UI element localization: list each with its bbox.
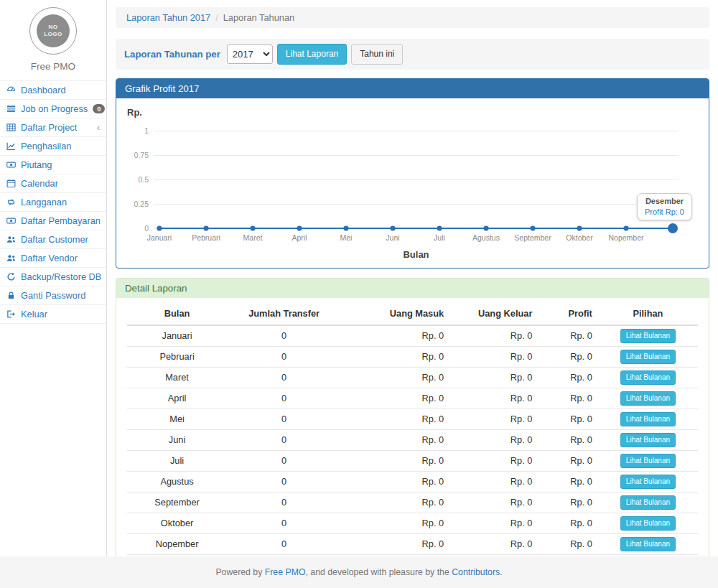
cell-pilihan: Lihat Bulanan — [598, 554, 698, 556]
table-row-januari: Januari0Rp. 0Rp. 0Rp. 0Lihat Bulanan — [127, 325, 698, 347]
breadcrumb-link[interactable]: Laporan Tahun 2017 — [126, 12, 210, 23]
sidebar-item-daftar-project[interactable]: Daftar Project‹ — [0, 118, 106, 136]
cell-bulan: Nopember — [127, 533, 227, 554]
table-row-pebruari: Pebruari0Rp. 0Rp. 0Rp. 0Lihat Bulanan — [127, 346, 698, 367]
cell-uang_masuk: Rp. 0 — [341, 471, 449, 492]
cell-bulan: September — [127, 492, 227, 513]
data-point-agustus[interactable] — [483, 225, 488, 230]
report-table-header-row: BulanJumlah TransferUang MasukUang Kelua… — [127, 302, 698, 325]
chevron-left-icon: ‹ — [97, 123, 100, 132]
app-logo: NO LOGO — [29, 7, 77, 55]
report-table: BulanJumlah TransferUang MasukUang Kelua… — [127, 302, 698, 556]
report-table-wrap: BulanJumlah TransferUang MasukUang Kelua… — [116, 298, 709, 556]
sidebar-item-dashboard[interactable]: Dashboard — [0, 80, 106, 99]
sidebar-item-label: Calendar — [21, 178, 58, 189]
sidebar-item-calendar[interactable]: Calendar — [0, 174, 106, 192]
data-point-juli[interactable] — [437, 225, 442, 230]
data-point-september[interactable] — [530, 225, 535, 230]
sidebar-item-daftar-customer[interactable]: Daftar Customer — [0, 230, 106, 248]
cell-uang_keluar: Rp. 0 — [449, 450, 538, 471]
line-chart-icon — [6, 141, 16, 151]
column-header-uang-masuk: Uang Masuk — [341, 302, 449, 325]
footer-link-freepmo[interactable]: Free PMO — [265, 567, 306, 577]
cell-pilihan: Lihat Bulanan — [598, 429, 698, 450]
sidebar-item-backup-restore-db[interactable]: Backup/Restore DB — [0, 267, 106, 286]
lihat-bulanan-button-juli[interactable]: Lihat Bulanan — [620, 454, 676, 468]
data-point-oktober[interactable] — [577, 225, 582, 230]
data-point-juni[interactable] — [390, 225, 395, 230]
cell-uang_masuk: Rp. 0 — [341, 513, 449, 533]
cell-uang_keluar: Rp. 0 — [449, 325, 538, 347]
data-point-nopember[interactable] — [623, 225, 628, 230]
chart-y-tick-label: 1 — [120, 126, 149, 135]
job-count-badge: 0 — [93, 104, 105, 114]
cell-bulan: Oktober — [127, 513, 227, 533]
sidebar-item-label: Piutang — [21, 159, 52, 170]
users-icon — [6, 235, 16, 244]
cell-profit: Rp. 0 — [538, 346, 597, 367]
dashboard-icon — [6, 85, 16, 95]
data-point-januari[interactable] — [157, 225, 162, 230]
lihat-bulanan-button-september[interactable]: Lihat Bulanan — [620, 495, 676, 510]
brand-name: Free PMO — [0, 61, 106, 72]
cell-profit: Rp. 0 — [538, 554, 597, 556]
lihat-bulanan-button-maret[interactable]: Lihat Bulanan — [620, 370, 676, 385]
sidebar-item-label: Daftar Customer — [21, 234, 88, 245]
sidebar-item-keluar[interactable]: Keluar — [0, 304, 106, 324]
content-area: Laporan Tahun 2017/Laporan Tahunan Lapor… — [107, 0, 718, 556]
sidebar-item-penghasilan[interactable]: Penghasilan — [0, 136, 106, 155]
table-icon — [6, 123, 16, 132]
breadcrumb-current: Laporan Tahunan — [223, 12, 294, 23]
cell-uang_masuk: Rp. 0 — [341, 409, 449, 429]
year-filter-form: Laporan Tahunan per 2017 Lihat Laporan T… — [116, 39, 709, 70]
cell-profit: Rp. 0 — [538, 471, 597, 492]
profit-chart-panel: Grafik Profit 2017 Rp. 00.250.50.751Janu… — [116, 78, 709, 269]
sidebar-item-daftar-vendor[interactable]: Daftar Vendor — [0, 248, 106, 267]
footer-link-contributors[interactable]: Contributors. — [452, 567, 502, 577]
lihat-bulanan-button-oktober[interactable]: Lihat Bulanan — [620, 516, 676, 531]
lihat-laporan-button[interactable]: Lihat Laporan — [277, 44, 347, 65]
data-point-desember[interactable] — [668, 223, 678, 233]
lihat-bulanan-button-mei[interactable]: Lihat Bulanan — [620, 412, 676, 426]
footer: Powered by Free PMO, and developed with … — [0, 556, 718, 588]
sidebar: NO LOGO Free PMO DashboardJob on Progres… — [0, 0, 107, 556]
filter-label: Laporan Tahunan per — [124, 49, 220, 60]
cell-profit: Rp. 0 — [538, 533, 597, 554]
lihat-bulanan-button-juni[interactable]: Lihat Bulanan — [620, 433, 676, 447]
cell-jumlah_transfer: 0 — [227, 513, 341, 533]
cell-bulan: Maret — [127, 367, 227, 388]
cell-uang_keluar: Rp. 0 — [449, 471, 538, 492]
lihat-bulanan-button-pebruari[interactable]: Lihat Bulanan — [620, 350, 676, 364]
cell-profit: Rp. 0 — [538, 409, 597, 429]
lihat-bulanan-button-april[interactable]: Lihat Bulanan — [620, 391, 676, 406]
data-point-maret[interactable] — [250, 225, 255, 230]
cell-jumlah_transfer: 0 — [227, 471, 341, 492]
main-layout: NO LOGO Free PMO DashboardJob on Progres… — [0, 0, 718, 556]
chart-y-axis-title: Rp. — [127, 107, 142, 118]
cell-pilihan: Lihat Bulanan — [598, 513, 698, 533]
cell-bulan: Juli — [127, 450, 227, 471]
lihat-bulanan-button-agustus[interactable]: Lihat Bulanan — [620, 475, 676, 489]
cell-jumlah_transfer: 0 — [227, 492, 341, 513]
year-select[interactable]: 2017 — [227, 45, 273, 64]
lihat-bulanan-button-januari[interactable]: Lihat Bulanan — [620, 329, 676, 343]
tahun-ini-button[interactable]: Tahun ini — [351, 44, 403, 65]
calendar-icon — [6, 179, 16, 188]
chart-y-tick-label: 0.5 — [120, 175, 149, 184]
sidebar-item-job-on-progress[interactable]: Job on Progress0 — [0, 99, 106, 118]
sidebar-item-daftar-pembayaran[interactable]: Daftar Pembayaran — [0, 211, 106, 230]
sidebar-item-ganti-password[interactable]: Ganti Password — [0, 286, 106, 304]
cell-bulan: Juni — [127, 429, 227, 450]
data-point-mei[interactable] — [343, 225, 348, 230]
cell-uang_masuk: Rp. 0 — [341, 367, 449, 388]
data-point-april[interactable] — [297, 225, 302, 230]
lihat-bulanan-button-nopember[interactable]: Lihat Bulanan — [620, 537, 676, 551]
sidebar-item-piutang[interactable]: Piutang — [0, 155, 106, 174]
money-icon — [6, 216, 16, 225]
cell-jumlah_transfer: 0 — [227, 346, 341, 367]
data-point-pebruari[interactable] — [203, 225, 208, 230]
table-row-oktober: Oktober0Rp. 0Rp. 0Rp. 0Lihat Bulanan — [127, 513, 698, 533]
chart-x-axis-title: Bulan — [154, 249, 679, 260]
cell-jumlah_transfer: 0 — [227, 388, 341, 409]
sidebar-item-langganan[interactable]: Langganan — [0, 192, 106, 211]
